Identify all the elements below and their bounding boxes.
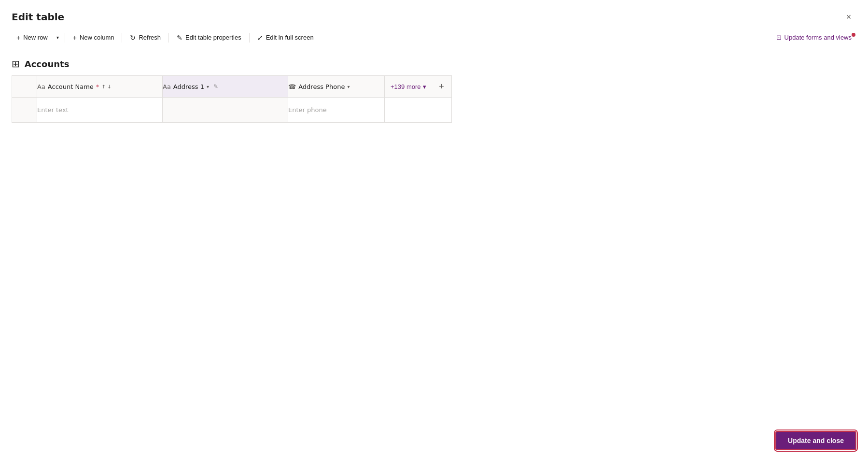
toolbar-divider-1 <box>65 33 65 43</box>
more-cols-inner: +139 more ▾ + <box>385 76 451 97</box>
address1-edit-icon: ✎ <box>213 83 218 90</box>
address-phone-label: Address Phone <box>298 83 345 90</box>
add-col-icon: + <box>439 82 444 92</box>
page-container: Edit table × + New row ▾ + New column ↻ <box>0 0 868 458</box>
row-num-header <box>12 76 37 98</box>
grid-table: Aa Account Name * ↑ ↓ Aa Address 1 ▾ ✎ <box>12 75 452 123</box>
toolbar-divider-3 <box>168 33 169 43</box>
update-close-button[interactable]: Update and close <box>775 431 856 450</box>
forms-icon: ⊡ <box>776 34 782 41</box>
col-header-address-phone[interactable]: ☎ Address Phone ▾ <box>288 76 385 98</box>
col-header-address1[interactable]: Aa Address 1 ▾ ✎ <box>163 76 288 98</box>
new-row-label: New row <box>23 34 48 41</box>
address1-type-icon: Aa <box>163 83 171 90</box>
pencil-icon: ✎ <box>177 34 182 42</box>
new-row-dropdown-button[interactable]: ▾ <box>54 32 62 43</box>
toolbar-right: ⊡ Update forms and views <box>771 31 856 44</box>
table-header: ⊞ Accounts <box>0 50 868 75</box>
edit-table-props-label: Edit table properties <box>185 34 241 41</box>
fullscreen-icon: ⤢ <box>257 34 263 42</box>
modal-header: Edit table × <box>0 0 868 25</box>
table-title: Accounts <box>25 59 70 69</box>
table-icon: ⊞ <box>12 58 20 70</box>
address1-label: Address 1 <box>173 83 204 90</box>
refresh-label: Refresh <box>139 34 161 41</box>
chevron-down-icon: ▾ <box>56 35 59 40</box>
toolbar-divider-4 <box>249 33 250 43</box>
col-header-account-name-inner: Aa Account Name * ↑ ↓ <box>37 83 162 90</box>
new-column-button[interactable]: + New column <box>68 31 119 44</box>
phone-icon: ☎ <box>288 83 296 90</box>
account-name-cell[interactable]: Enter text <box>37 98 163 123</box>
toolbar-left: + New row ▾ + New column ↻ Refresh ✎ <box>12 31 771 44</box>
address1-dropdown-icon: ▾ <box>207 84 209 89</box>
notification-dot <box>852 33 855 37</box>
account-name-label: Account Name <box>48 83 94 90</box>
row-num-cell <box>12 98 37 123</box>
account-name-type-icon: Aa <box>37 83 45 90</box>
close-button[interactable]: × <box>841 9 856 25</box>
more-cols-header[interactable]: +139 more ▾ + <box>385 76 452 98</box>
grid-container: Aa Account Name * ↑ ↓ Aa Address 1 ▾ ✎ <box>0 75 868 123</box>
more-cols-dropdown-icon: ▾ <box>423 83 426 90</box>
refresh-button[interactable]: ↻ Refresh <box>125 31 166 44</box>
more-cols-cell <box>385 98 452 123</box>
address-phone-cell[interactable]: Enter phone <box>288 98 385 123</box>
update-forms-button[interactable]: ⊡ Update forms and views <box>771 31 856 44</box>
more-cols-label: +139 more <box>391 83 421 90</box>
col-header-account-name[interactable]: Aa Account Name * ↑ ↓ <box>37 76 163 98</box>
required-indicator: * <box>96 83 99 90</box>
address-phone-dropdown-icon: ▾ <box>347 84 350 89</box>
toolbar-divider-2 <box>122 33 122 43</box>
new-row-button[interactable]: + New row <box>12 31 53 44</box>
table-row: Enter text Enter phone <box>12 98 452 123</box>
col-header-address-phone-inner: ☎ Address Phone ▾ <box>288 83 384 90</box>
col-header-address1-inner: Aa Address 1 ▾ ✎ <box>163 83 288 90</box>
modal-title: Edit table <box>12 11 64 23</box>
toolbar: + New row ▾ + New column ↻ Refresh ✎ <box>0 25 868 50</box>
account-name-placeholder: Enter text <box>37 106 69 114</box>
update-forms-label: Update forms and views <box>784 34 852 41</box>
address1-cell[interactable] <box>163 98 288 123</box>
more-cols-button[interactable]: +139 more ▾ <box>385 80 432 93</box>
sort-icon: ↑ ↓ <box>101 84 111 89</box>
bottom-bar: Update and close <box>764 423 868 458</box>
refresh-icon: ↻ <box>130 34 136 42</box>
address-phone-placeholder: Enter phone <box>288 106 327 114</box>
edit-fullscreen-label: Edit in full screen <box>266 34 314 41</box>
plus-icon-2: + <box>73 34 77 42</box>
add-column-button[interactable]: + <box>432 76 451 97</box>
edit-table-props-button[interactable]: ✎ Edit table properties <box>172 31 246 44</box>
plus-icon: + <box>16 34 20 42</box>
edit-fullscreen-button[interactable]: ⤢ Edit in full screen <box>252 31 319 44</box>
new-column-label: New column <box>80 34 114 41</box>
